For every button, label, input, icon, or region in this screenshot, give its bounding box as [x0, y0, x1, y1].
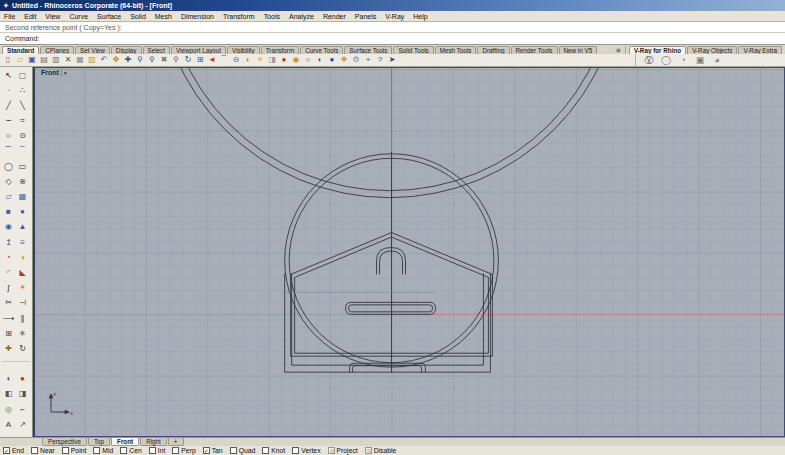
extend-icon[interactable]: ⟶ [2, 312, 15, 325]
toolbar-tab[interactable]: Standard [2, 46, 39, 54]
curve-control-icon[interactable]: ∼ [2, 115, 15, 128]
export-icon[interactable]: ➤ [386, 54, 398, 66]
display-shaded-icon[interactable]: ◐ [314, 54, 326, 66]
menu-item[interactable]: Render [323, 13, 346, 20]
layer-state-icon[interactable]: ◎ [2, 403, 15, 416]
viewport-title[interactable]: Front ▾ [41, 69, 66, 76]
chamfer-icon[interactable]: ◣ [16, 266, 29, 279]
corner-flag-icon[interactable]: ⌐ [16, 403, 29, 416]
vray-options-icon[interactable]: ▣ [693, 54, 707, 66]
rectangle-icon[interactable]: ▭ [16, 160, 29, 173]
osnap-checkbox[interactable] [292, 447, 299, 454]
polygon-icon[interactable]: ◇ [2, 175, 15, 188]
menu-item[interactable]: File [4, 13, 15, 20]
transform-move-icon[interactable]: ✚ [2, 342, 15, 355]
pan-hand-icon[interactable]: ✥ [110, 54, 122, 66]
vray-tab[interactable]: V-Ray Extra [738, 46, 782, 54]
toolbar-tab[interactable]: Solid Tools [393, 46, 433, 54]
pointcloud-icon[interactable]: ∴ [16, 84, 29, 97]
menu-item[interactable]: V-Ray [385, 13, 404, 20]
vray-logo-icon[interactable]: Ⓥ [642, 54, 656, 66]
array-polar-icon[interactable]: ✳ [16, 327, 29, 340]
properties-icon[interactable]: ❖ [338, 54, 350, 66]
lock-icon[interactable]: ◨ [266, 54, 278, 66]
open-folder-icon[interactable]: ▱ [14, 54, 26, 66]
osnap-checkbox[interactable] [149, 447, 156, 454]
menu-item[interactable]: Surface [97, 13, 121, 20]
arc-3pt-icon[interactable]: ⌒ [16, 145, 29, 158]
color-wheel-icon[interactable]: ◉ [290, 54, 302, 66]
solid-sphere-icon[interactable]: ● [16, 206, 29, 219]
join-icon[interactable]: ʃ [2, 282, 15, 295]
osnap-toggle[interactable]: End [3, 447, 24, 454]
fillet-icon[interactable]: ◜ [2, 266, 15, 279]
osnap-toggle[interactable]: Int [149, 447, 166, 454]
hide-objects-icon[interactable]: ◖ [2, 373, 15, 386]
toolbar-tab[interactable]: Surface Tools [344, 46, 392, 54]
named-view-icon[interactable]: ◗ [242, 54, 254, 66]
osnap-toggle[interactable]: Tan [203, 447, 223, 454]
viewport-tab[interactable]: Top [88, 438, 110, 446]
osnap-checkbox[interactable] [3, 447, 10, 454]
circle-tangent-icon[interactable]: ⊙ [16, 130, 29, 143]
selection-filter-icon[interactable]: ▢ [16, 69, 29, 82]
material-ball-icon[interactable]: ● [278, 54, 290, 66]
clipboard-copy-icon[interactable]: ▥ [50, 54, 62, 66]
boolean-difference-icon[interactable]: ◑ [16, 251, 29, 264]
transform-rotate-icon[interactable]: ↻ [16, 342, 29, 355]
menu-item[interactable]: Edit [24, 13, 36, 20]
front-viewport[interactable]: Front ▾ z x [33, 67, 785, 437]
solid-cylinder-icon[interactable]: ◉ [2, 221, 15, 234]
osnap-checkbox[interactable] [172, 447, 179, 454]
menu-item[interactable]: View [45, 13, 60, 20]
undo-view-icon[interactable]: ◄ [206, 54, 218, 66]
viewport-layout-icon[interactable]: ⊞ [194, 54, 206, 66]
osnap-toggle[interactable]: Point [62, 447, 87, 454]
toolbar-tab[interactable]: Mesh Tools [435, 46, 477, 54]
osnap-toggle[interactable]: Perp [172, 447, 195, 454]
osnap-checkbox[interactable] [230, 447, 237, 454]
osnap-checkbox[interactable] [93, 447, 100, 454]
arc-center-icon[interactable]: ⌒ [2, 145, 15, 158]
split-icon[interactable]: ⊣ [16, 297, 29, 310]
viewport-title-caret-icon[interactable]: ▾ [61, 70, 67, 76]
ellipse-icon[interactable]: ◯ [2, 160, 15, 173]
menu-item[interactable]: Curve [69, 13, 88, 20]
toolbar-tab[interactable]: Drafting [477, 46, 509, 54]
vray-material-icon[interactable]: ◔ [676, 54, 690, 66]
extrude-icon[interactable]: ↥ [2, 236, 15, 249]
toolbar-tab[interactable]: Set View [75, 46, 110, 54]
menu-item[interactable]: Help [413, 13, 427, 20]
pick-target-icon[interactable]: + [362, 54, 374, 66]
osnap-checkbox[interactable] [62, 447, 69, 454]
osnap-checkbox[interactable] [328, 447, 335, 454]
solid-cone-icon[interactable]: ▲ [16, 221, 29, 234]
toolbar-tab[interactable]: Display [111, 46, 142, 54]
lock-objects-icon[interactable]: ◧ [2, 388, 15, 401]
offset-curve-icon[interactable]: ≋ [16, 175, 29, 188]
osnap-toggle[interactable]: Mid [93, 447, 113, 454]
osnap-checkbox[interactable] [120, 447, 127, 454]
boolean-union-icon[interactable]: ◔ [2, 251, 15, 264]
polyline-icon[interactable]: ╲ [16, 99, 29, 112]
menu-item[interactable]: Panels [355, 13, 376, 20]
display-wireframe-icon[interactable]: ○ [302, 54, 314, 66]
osnap-toggle[interactable]: Disable [365, 447, 397, 454]
move-icon[interactable]: ✚ [122, 54, 134, 66]
zoom-out-icon[interactable]: ⊖ [230, 54, 242, 66]
offset-icon[interactable]: ∥ [16, 312, 29, 325]
osnap-toggle[interactable]: Near [31, 447, 55, 454]
menu-item[interactable]: Transform [223, 13, 255, 20]
undo-icon[interactable]: ↶ [98, 54, 110, 66]
toolbar-options-icon[interactable]: ◉ [616, 46, 621, 53]
menu-item[interactable]: Analyze [289, 13, 314, 20]
command-prompt[interactable]: Command: [0, 33, 785, 45]
osnap-toggle[interactable]: Project [328, 447, 358, 454]
explode-icon[interactable]: ✶ [16, 282, 29, 295]
delete-icon[interactable]: ✕ [62, 54, 74, 66]
vray-torus-icon[interactable]: ◯ [659, 54, 673, 66]
rotate-view-icon[interactable]: ↻ [182, 54, 194, 66]
zoom-extents-icon[interactable]: ✖ [158, 54, 170, 66]
point-icon[interactable]: ∙ [2, 84, 15, 97]
save-icon[interactable]: ▣ [26, 54, 38, 66]
